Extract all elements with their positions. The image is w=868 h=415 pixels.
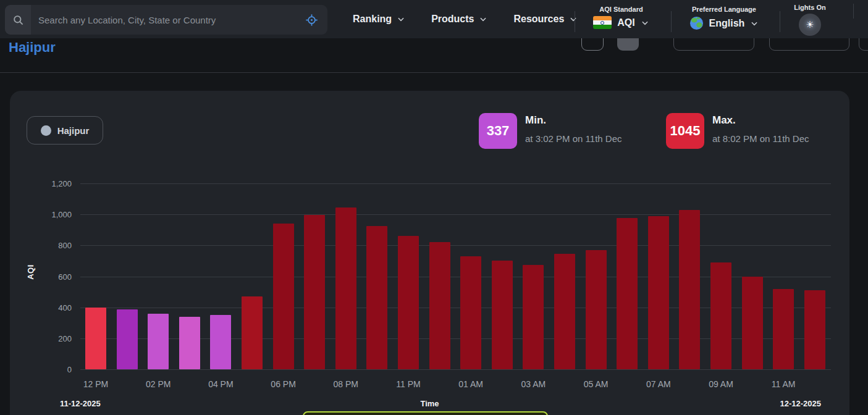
lights-group: Lights On ☀	[785, 0, 835, 38]
x-tick-label: 09 AM	[699, 379, 743, 389]
bar-hour-1[interactable]	[117, 309, 138, 369]
bar-hour-23[interactable]	[804, 290, 825, 369]
x-tick-label: 04 PM	[199, 379, 242, 389]
x-tick-label: 05 AM	[575, 379, 618, 389]
chart-footer: 11-12-2025 Time 12-12-2025	[10, 399, 849, 411]
min-label: Min.	[525, 113, 622, 127]
header-divider	[780, 11, 780, 32]
aqi-chart-card: Hajipur 337 Min. at 3:02 PM on 11th Dec …	[10, 91, 849, 415]
locate-crosshair-icon[interactable]	[299, 5, 324, 35]
x-tick-label: 02 PM	[137, 379, 180, 389]
bar-chart-plot: 02004006008001,0001,20012 PM02 PM04 PM06…	[80, 183, 831, 369]
language-select[interactable]: English	[677, 16, 771, 30]
max-label: Max.	[712, 113, 809, 127]
preferred-language-label: Preferred Language	[677, 6, 771, 13]
bar-hour-10[interactable]	[398, 236, 419, 369]
bar-hour-20[interactable]	[710, 262, 731, 369]
bar-hour-14[interactable]	[523, 265, 544, 369]
bar-hour-15[interactable]	[554, 254, 575, 369]
time-range-brush[interactable]	[303, 411, 548, 415]
y-tick-label: 800	[36, 241, 72, 250]
date-right-label: 12-12-2025	[780, 399, 822, 408]
bar-hour-9[interactable]	[366, 226, 387, 369]
nav-links: Ranking Products Resources	[353, 0, 578, 38]
bar-hour-5[interactable]	[242, 296, 263, 369]
nav-resources-label: Resources	[513, 14, 564, 25]
header-divider	[853, 4, 854, 19]
max-subtitle: at 8:02 PM on 11th Dec	[712, 127, 809, 144]
x-axis-label: Time	[10, 399, 849, 408]
y-tick-label: 1,200	[36, 179, 72, 188]
bar-hour-22[interactable]	[773, 289, 794, 369]
min-stat: 337 Min. at 3:02 PM on 11th Dec	[479, 113, 622, 149]
x-tick-label: 06 PM	[262, 379, 305, 389]
aqi-standard-group: AQI Standard AQI	[579, 0, 663, 38]
chevron-down-icon	[397, 15, 405, 23]
y-tick-label: 1,000	[36, 210, 72, 219]
gridline	[80, 183, 831, 184]
aqi-standard-label: AQI Standard	[579, 6, 663, 13]
nav-ranking-label: Ranking	[353, 14, 392, 25]
legend-chip-hajipur[interactable]: Hajipur	[27, 116, 103, 145]
bar-hour-4[interactable]	[210, 315, 231, 369]
lights-on-label: Lights On	[785, 4, 835, 11]
aqi-standard-value: AQI	[617, 17, 634, 28]
bar-hour-13[interactable]	[492, 261, 513, 369]
page-title[interactable]: Hajipur	[9, 40, 56, 56]
x-tick-label: 03 AM	[512, 379, 555, 389]
y-tick-label: 400	[36, 303, 72, 312]
chevron-down-icon	[479, 15, 487, 23]
bar-hour-18[interactable]	[648, 216, 669, 369]
bar-hour-21[interactable]	[742, 277, 763, 370]
globe-icon	[689, 16, 704, 30]
x-tick-label: 11 PM	[387, 379, 430, 389]
header-divider	[671, 11, 672, 32]
aqi-standard-select[interactable]: AQI	[579, 16, 663, 29]
language-value: English	[709, 18, 745, 29]
bar-hour-16[interactable]	[586, 250, 607, 369]
bar-hour-19[interactable]	[679, 210, 700, 369]
chevron-down-icon	[569, 15, 578, 23]
x-tick-label: 08 PM	[324, 379, 368, 389]
nav-products-label: Products	[431, 14, 474, 25]
bar-hour-0[interactable]	[85, 308, 106, 369]
nav-item-products[interactable]: Products	[431, 14, 487, 25]
gridline	[80, 369, 831, 370]
search-bar[interactable]	[5, 5, 327, 35]
legend-label: Hajipur	[57, 125, 90, 136]
bar-hour-17[interactable]	[617, 218, 638, 369]
search-input[interactable]	[31, 15, 299, 25]
lights-toggle-button[interactable]: ☀	[799, 14, 821, 36]
bar-hour-11[interactable]	[429, 242, 450, 369]
x-tick-label: 01 AM	[449, 379, 492, 389]
bar-hour-8[interactable]	[335, 208, 356, 369]
top-navigation-bar: Ranking Products Resources AQI Standard …	[0, 0, 868, 38]
india-flag-icon	[593, 16, 612, 29]
x-tick-label: 11 AM	[762, 379, 805, 389]
max-stat: 1045 Max. at 8:02 PM on 11th Dec	[666, 113, 809, 149]
legend-dot-icon	[41, 125, 51, 136]
gridline	[80, 245, 831, 246]
max-value-badge: 1045	[666, 113, 704, 149]
bar-hour-3[interactable]	[179, 317, 200, 369]
search-icon	[5, 5, 31, 35]
language-group: Preferred Language English	[677, 0, 771, 38]
header-divider	[575, 11, 575, 32]
nav-item-resources[interactable]: Resources	[513, 14, 578, 25]
gridline	[80, 214, 831, 215]
y-tick-label: 0	[36, 365, 72, 374]
min-subtitle: at 3:02 PM on 11th Dec	[525, 127, 622, 144]
y-axis-label: AQI	[26, 260, 35, 285]
chevron-down-icon	[641, 19, 649, 27]
min-value-badge: 337	[479, 113, 517, 149]
nav-item-ranking[interactable]: Ranking	[353, 14, 405, 25]
sun-icon: ☀	[806, 19, 814, 30]
y-tick-label: 200	[36, 333, 72, 343]
chevron-down-icon	[750, 19, 759, 28]
bar-hour-12[interactable]	[460, 256, 481, 369]
bar-hour-6[interactable]	[273, 224, 294, 369]
bar-hour-2[interactable]	[148, 314, 169, 369]
x-tick-label: 07 AM	[637, 379, 680, 389]
bar-hour-7[interactable]	[304, 215, 325, 369]
x-tick-label: 12 PM	[74, 379, 117, 389]
